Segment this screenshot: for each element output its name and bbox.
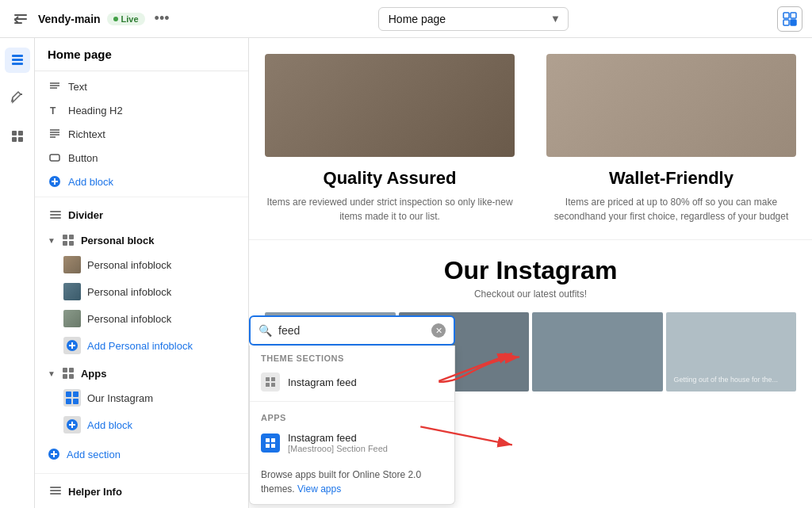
button-label: Button xyxy=(68,152,98,164)
svg-rect-61 xyxy=(266,383,270,387)
svg-rect-62 xyxy=(271,383,275,387)
search-input[interactable] xyxy=(278,324,425,337)
svg-rect-31 xyxy=(63,241,67,246)
view-apps-link[interactable]: View apps xyxy=(297,483,341,495)
quality-image xyxy=(265,54,515,157)
sidebar-section-divider[interactable]: Divider xyxy=(35,201,248,226)
instagram-feed-theme-label: Instagram feed xyxy=(288,376,357,388)
personal-block-expand-icon: ▼ xyxy=(48,236,56,245)
personal-infoblock-1-thumb xyxy=(63,256,81,273)
dropdown-divider xyxy=(250,401,454,402)
page-selector[interactable]: Home page xyxy=(378,7,569,31)
svg-text:T: T xyxy=(50,105,56,116)
svg-rect-8 xyxy=(12,59,23,61)
personal-block-label: Personal block xyxy=(81,235,154,246)
search-box-wrap: 🔍 ✕ xyxy=(249,315,455,346)
sidebar-item-add-block-apps[interactable]: Add block xyxy=(35,411,248,438)
svg-rect-59 xyxy=(266,377,270,381)
sidebar-item-personal-infoblock-1[interactable]: Personal infoblock xyxy=(35,251,248,278)
sidebar-item-richtext[interactable]: Richtext xyxy=(35,122,248,146)
preview-col-quality: Quality Assured Items are reviewed under… xyxy=(249,38,530,239)
svg-rect-32 xyxy=(69,241,74,246)
sidebar: Home page Text T xyxy=(35,38,249,508)
preview-col-wallet: Wallet-Friendly Items are priced at up t… xyxy=(530,38,812,239)
personal-infoblock-3-label: Personal infoblock xyxy=(87,313,171,325)
svg-rect-40 xyxy=(66,392,71,397)
brush-icon[interactable] xyxy=(5,86,30,111)
page-selector-wrap: Home page ▼ xyxy=(378,7,569,31)
svg-rect-41 xyxy=(73,392,79,397)
our-instagram-label: Our Instagram xyxy=(87,392,153,404)
instagram-heading: Our Instagram xyxy=(265,256,796,285)
dropdown-item-instagram-feed-app[interactable]: Instagram feed [Maestrooo] Section Feed xyxy=(250,426,454,460)
svg-rect-0 xyxy=(14,14,27,16)
wallet-image xyxy=(546,54,796,157)
dropdown-item-instagram-feed-theme[interactable]: Instagram feed xyxy=(250,366,454,398)
sidebar-item-personal-infoblock-2[interactable]: Personal infoblock xyxy=(35,278,248,305)
svg-rect-26 xyxy=(50,211,61,212)
sidebar-item-add-block-top[interactable]: Add block xyxy=(35,170,248,193)
search-dropdown: THEME SECTIONS Instagram feed xyxy=(249,346,455,505)
heading-h2-icon: T xyxy=(48,103,62,117)
grid-view-button[interactable] xyxy=(777,6,802,32)
more-options-icon[interactable]: ••• xyxy=(155,10,170,27)
add-section-button[interactable]: Add section xyxy=(35,438,248,470)
sidebar-item-heading-h2[interactable]: T Heading H2 xyxy=(35,98,248,122)
heading-h2-label: Heading H2 xyxy=(68,105,123,116)
svg-rect-4 xyxy=(791,13,796,18)
instagram-feed-app-icon xyxy=(261,434,280,453)
svg-rect-5 xyxy=(783,20,789,25)
instagram-cell-3 xyxy=(532,312,663,392)
svg-rect-39 xyxy=(69,374,74,379)
preview-area: Quality Assured Items are reviewed under… xyxy=(249,38,812,508)
sidebar-content[interactable]: Text T Heading H2 xyxy=(35,71,248,508)
add-block-apps-label: Add block xyxy=(87,419,132,431)
sidebar-title: Home page xyxy=(35,38,248,71)
sidebar-section-personal-block[interactable]: ▼ Personal block xyxy=(35,226,248,251)
topbar-center: Home page ▼ xyxy=(179,7,768,31)
add-personal-infoblock-icon xyxy=(63,337,81,354)
sidebar-section-helper-info[interactable]: Helper Info xyxy=(35,477,248,502)
svg-rect-36 xyxy=(63,368,67,372)
instagram-cell-4: Getting out of the house for the... xyxy=(666,312,797,392)
svg-rect-42 xyxy=(66,399,71,404)
personal-infoblock-2-label: Personal infoblock xyxy=(87,286,171,298)
sidebar-item-button[interactable]: Button xyxy=(35,146,248,170)
instagram-feed-app-info: Instagram feed [Maestrooo] Section Feed xyxy=(288,432,388,453)
topbar-left: Vendy-main Live ••• xyxy=(10,8,170,30)
sidebar-item-our-instagram[interactable]: Our Instagram xyxy=(35,384,248,411)
personal-block-icon xyxy=(60,232,76,248)
sections-icon[interactable] xyxy=(5,48,30,73)
quality-heading: Quality Assured xyxy=(265,168,515,189)
svg-rect-38 xyxy=(63,374,67,379)
icon-bar xyxy=(0,38,35,508)
apps-section-icon xyxy=(60,365,76,381)
personal-infoblock-1-label: Personal infoblock xyxy=(87,259,171,271)
svg-rect-7 xyxy=(12,55,23,57)
topbar: Vendy-main Live ••• Home page ▼ xyxy=(0,0,812,38)
svg-rect-9 xyxy=(12,63,23,65)
quality-text: Items are reviewed under strict inspecti… xyxy=(265,195,515,223)
apps-icon[interactable] xyxy=(5,124,30,149)
clear-search-button[interactable]: ✕ xyxy=(431,323,446,338)
sidebar-section-announcement-bar[interactable]: Announcement Bar xyxy=(35,502,248,508)
svg-rect-43 xyxy=(73,399,79,404)
instagram-feed-app-label: Instagram feed xyxy=(288,432,388,444)
sidebar-section-apps[interactable]: ▼ Apps xyxy=(35,359,248,384)
main-area: Home page Text T xyxy=(0,38,812,508)
dropdown-footer: Browse apps built for Online Store 2.0 t… xyxy=(250,460,454,504)
svg-rect-28 xyxy=(50,217,61,219)
instagram-feed-app-subtitle: [Maestrooo] Section Feed xyxy=(288,444,388,453)
svg-rect-50 xyxy=(50,487,61,488)
sidebar-item-add-personal-infoblock[interactable]: Add Personal infoblock xyxy=(35,332,248,359)
sidebar-item-personal-infoblock-3[interactable]: Personal infoblock xyxy=(35,305,248,332)
store-name: Vendy-main xyxy=(38,13,101,25)
apps-label: Apps xyxy=(81,368,107,380)
instagram-feed-theme-icon xyxy=(261,372,280,392)
svg-rect-64 xyxy=(271,438,275,442)
svg-rect-10 xyxy=(12,131,17,136)
divider-section-icon xyxy=(48,207,63,223)
sidebar-item-text[interactable]: Text xyxy=(35,74,248,98)
svg-rect-6 xyxy=(791,20,796,25)
back-icon[interactable] xyxy=(10,8,32,30)
